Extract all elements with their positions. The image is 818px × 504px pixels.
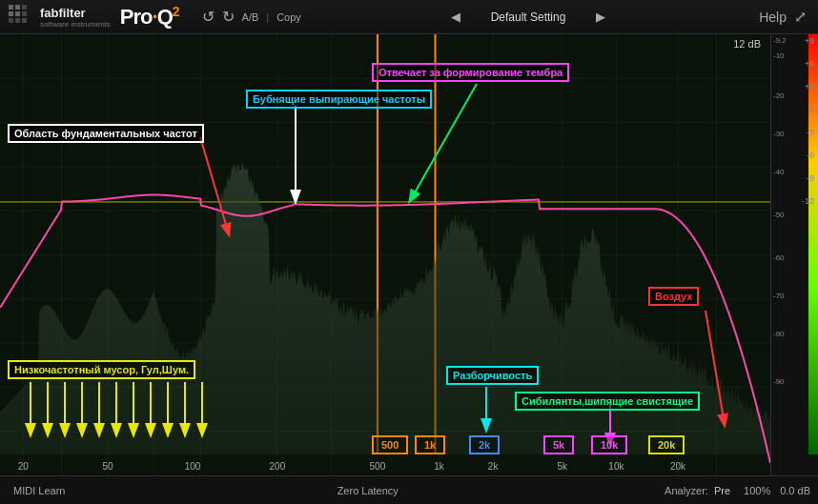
- svg-rect-0: [9, 5, 13, 10]
- bottom-bar: MIDI Learn Zero Latency Analyzer: Pre 10…: [0, 475, 818, 504]
- annotation-timbre: Отвечает за формирование тембра: [372, 63, 569, 82]
- db-right-80: -80: [773, 330, 785, 338]
- db-label-m3: -6: [807, 151, 814, 160]
- main-area: 0.0 dB 12 dB Область фундаментальных час…: [0, 34, 818, 475]
- gain-value: 100%: [744, 485, 770, 496]
- annotation-intelligibility: Разборчивость: [446, 366, 539, 385]
- logo-area: fabfilter software instruments: [8, 4, 111, 30]
- preset-prev-button[interactable]: ◀: [451, 10, 460, 24]
- logo-sub: software instruments: [40, 20, 111, 29]
- db-right-90: -90: [773, 377, 785, 386]
- product-logo: Pro·Q2: [120, 4, 179, 30]
- freq-2k: 2k: [488, 461, 499, 472]
- db-label-p9: +6: [805, 59, 814, 69]
- db-label-0: -3: [807, 128, 814, 137]
- annotation-fundamental: Область фундаментальных частот: [8, 124, 204, 143]
- preset-next-button[interactable]: ▶: [596, 10, 605, 24]
- db-label-p3: 0: [809, 105, 814, 114]
- help-button[interactable]: Help: [755, 8, 790, 27]
- analyzer-value[interactable]: Pre: [714, 485, 730, 496]
- freq-200: 200: [270, 461, 286, 472]
- db-right-0: -9.2: [773, 36, 787, 45]
- annotation-air: Воздух: [648, 287, 699, 306]
- undo-button[interactable]: ↺: [198, 6, 218, 28]
- preset-name: Default Setting: [466, 10, 590, 24]
- db-label-m6: -9: [807, 173, 814, 183]
- copy-label[interactable]: Copy: [276, 11, 301, 23]
- annotation-sibilance: Сибилянты,шипящие свистящие: [515, 392, 700, 411]
- svg-rect-5: [22, 11, 27, 16]
- db-right-60: -60: [773, 253, 785, 262]
- preset-area: ◀ Default Setting ▶: [301, 10, 755, 24]
- analyzer-label: Analyzer:: [665, 485, 708, 496]
- db-indicator: 0.0 dB 12 dB: [733, 38, 761, 50]
- svg-rect-2: [9, 11, 13, 16]
- db-value: 0.0 dB: [780, 485, 810, 496]
- analyzer-area: Analyzer: Pre 100% 0.0 dB: [665, 485, 810, 496]
- db-right-30: -30: [773, 130, 785, 138]
- svg-rect-3: [15, 11, 20, 16]
- annotation-boomy: Бубнящие выпирающие частоты: [246, 90, 432, 109]
- fabfilter-grid-icon: [8, 4, 34, 30]
- svg-rect-1: [15, 5, 20, 10]
- freq-box-5k[interactable]: 5k: [543, 435, 574, 454]
- db-right-40: -40: [773, 168, 785, 176]
- freq-20: 20: [18, 461, 29, 472]
- ab-copy-area: A/B | Copy: [242, 11, 301, 23]
- freq-50: 50: [103, 461, 113, 472]
- db-right-20: -20: [773, 91, 785, 100]
- freq-10k: 10k: [608, 461, 624, 472]
- logo-brand: fabfilter: [40, 6, 111, 20]
- freq-box-500[interactable]: 500: [372, 435, 408, 454]
- db-right-10: -10: [773, 51, 785, 60]
- freq-500: 500: [370, 461, 386, 472]
- svg-rect-8: [22, 18, 27, 23]
- zero-latency-display: Zero Latency: [82, 485, 653, 496]
- ab-label[interactable]: A/B: [242, 11, 259, 23]
- db-scale: +9 +6 +3 0 -3 -6 -9 -12 -9.2 -10 -20 -30…: [770, 34, 818, 475]
- svg-rect-7: [15, 18, 20, 23]
- freq-5k: 5k: [558, 461, 568, 472]
- db-right-70: -70: [773, 292, 785, 300]
- freq-box-20k[interactable]: 20k: [648, 435, 685, 454]
- top-bar: fabfilter software instruments Pro·Q2 ↺ …: [0, 0, 818, 34]
- redo-button[interactable]: ↻: [218, 6, 238, 28]
- eq-display[interactable]: 0.0 dB 12 dB Область фундаментальных час…: [0, 34, 770, 475]
- db-right-50: -50: [773, 211, 785, 219]
- freq-bar: 20 50 100 200 500 1k 2k 5k 10k 20k: [0, 454, 770, 475]
- freq-box-1k[interactable]: 1k: [415, 435, 445, 454]
- annotation-mud: Низкочастотный мусор, Гул,Шум.: [8, 360, 195, 379]
- app-container: fabfilter software instruments Pro·Q2 ↺ …: [0, 0, 818, 504]
- db-label-12: +9: [805, 36, 814, 46]
- freq-1k: 1k: [434, 461, 444, 472]
- freq-box-2k[interactable]: 2k: [469, 435, 500, 454]
- midi-learn-button[interactable]: MIDI Learn: [8, 483, 71, 498]
- expand-button[interactable]: ⤢: [790, 6, 810, 28]
- db-label-p6: +3: [805, 82, 814, 91]
- svg-rect-4: [22, 5, 27, 10]
- db-label-m9: -12: [802, 196, 814, 206]
- svg-rect-6: [9, 18, 13, 23]
- freq-100: 100: [185, 461, 201, 472]
- freq-box-10k[interactable]: 10k: [591, 435, 627, 454]
- freq-20k: 20k: [670, 461, 685, 472]
